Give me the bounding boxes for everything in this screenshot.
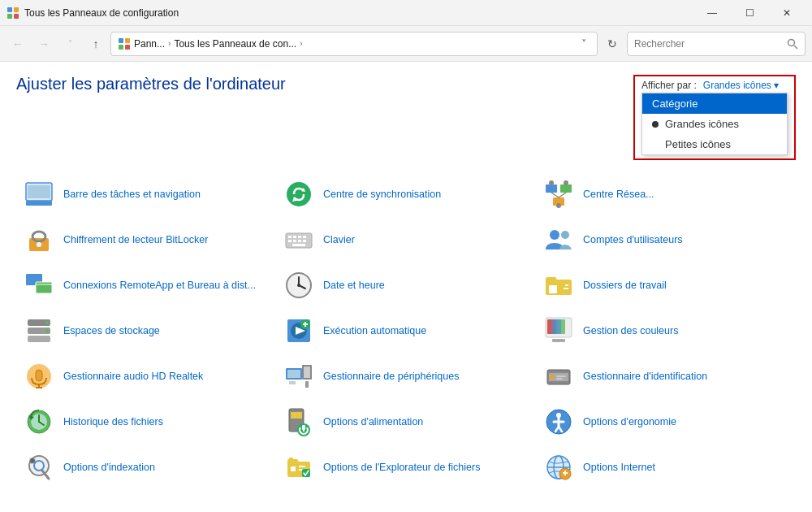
svg-point-54 xyxy=(45,337,49,341)
close-button[interactable]: ✕ xyxy=(768,0,806,26)
search-input[interactable] xyxy=(634,38,784,50)
item-power[interactable]: Options d'alimentation xyxy=(276,401,536,443)
svg-point-21 xyxy=(549,180,554,185)
item-users[interactable]: Comptes d'utilisateurs xyxy=(536,219,796,261)
item-devices[interactable]: Gestionnaire de périphériques xyxy=(276,355,536,397)
svg-point-8 xyxy=(788,39,795,46)
item-explorer[interactable]: Options de l'Explorateur de fichiers xyxy=(276,446,536,488)
dropdown-grandes-label: Grandes icônes xyxy=(665,118,739,130)
minimize-button[interactable]: — xyxy=(693,0,731,26)
item-remote[interactable]: Connexions RemoteApp et Bureau à dist... xyxy=(16,264,276,306)
item-storage[interactable]: Espaces de stockage xyxy=(16,310,276,352)
svg-rect-102 xyxy=(291,466,296,471)
item-bitlocker-label: Chiffrement de lecteur BitLocker xyxy=(63,233,208,246)
view-by-current: Grandes icônes xyxy=(703,80,771,91)
svg-point-26 xyxy=(37,242,41,247)
item-clock-label: Date et heure xyxy=(323,279,385,292)
svg-rect-11 xyxy=(26,201,52,206)
svg-rect-71 xyxy=(287,370,300,378)
svg-rect-16 xyxy=(546,184,557,193)
page-title: Ajuster les paramètres de l'ordinateur xyxy=(16,75,286,93)
dropdown-option-grandes[interactable]: Grandes icônes xyxy=(642,114,787,134)
svg-point-22 xyxy=(564,180,568,185)
back-button[interactable]: ← xyxy=(6,33,29,55)
item-workfolder[interactable]: Dossiers de travail xyxy=(536,264,796,306)
view-by-box: Afficher par : Grandes icônes ▾ Catégori… xyxy=(633,75,796,160)
dropdown-selected-label: Catégorie xyxy=(652,98,698,110)
svg-rect-2 xyxy=(7,14,12,19)
item-network[interactable]: Centre Résea... xyxy=(536,173,796,215)
svg-rect-29 xyxy=(293,236,296,238)
item-accessibility[interactable]: Options d'ergonomie xyxy=(536,401,796,443)
item-network-label: Centre Résea... xyxy=(583,188,654,201)
app-icon xyxy=(6,7,19,20)
address-part1: Pann... xyxy=(134,38,165,50)
address-part2: Tous les Panneaux de con... xyxy=(174,38,296,50)
taskbar-icon xyxy=(23,178,55,210)
item-storage-label: Espaces de stockage xyxy=(63,324,160,337)
svg-rect-105 xyxy=(289,458,293,460)
svg-rect-80 xyxy=(556,378,563,380)
item-power-label: Options d'alimentation xyxy=(323,415,423,428)
search-box[interactable] xyxy=(627,32,806,56)
item-autorun[interactable]: Exécution automatique xyxy=(276,310,536,352)
item-keyboard[interactable]: Clavier xyxy=(276,219,536,261)
address-arrow1: › xyxy=(168,39,171,48)
svg-rect-0 xyxy=(7,7,12,12)
clock-icon xyxy=(283,269,315,302)
item-sync[interactable]: Centre de synchronisation xyxy=(276,173,536,215)
item-bitlocker[interactable]: Chiffrement de lecteur BitLocker xyxy=(16,219,276,261)
view-by-label: Afficher par : xyxy=(641,80,697,91)
dropdown-history-button[interactable]: ˅ xyxy=(58,33,81,55)
search-icon xyxy=(787,38,798,50)
svg-rect-7 xyxy=(125,45,130,50)
refresh-button[interactable]: ↻ xyxy=(601,33,624,55)
svg-point-38 xyxy=(561,231,569,239)
svg-rect-67 xyxy=(36,370,42,381)
window-controls: — ☐ ✕ xyxy=(693,0,806,26)
item-sync-label: Centre de synchronisation xyxy=(323,188,441,201)
item-internet[interactable]: Options Internet xyxy=(536,446,796,488)
svg-rect-74 xyxy=(289,381,296,384)
dropdown-option-petites[interactable]: Petites icônes xyxy=(642,134,787,154)
item-clock[interactable]: Date et heure xyxy=(276,264,536,306)
svg-rect-17 xyxy=(560,184,572,193)
credential-icon xyxy=(542,360,575,393)
item-internet-label: Options Internet xyxy=(583,461,655,474)
address-field[interactable]: Pann... › Tous les Panneaux de con... › … xyxy=(110,32,598,56)
network-icon xyxy=(542,178,575,210)
view-by-area: Afficher par : Grandes icônes ▾ Catégori… xyxy=(633,75,796,160)
filehistory-icon xyxy=(23,406,55,438)
svg-point-101 xyxy=(30,458,35,463)
view-by-arrow: ▾ xyxy=(774,80,779,91)
item-accessibility-label: Options d'ergonomie xyxy=(583,415,676,428)
dropdown-option-category[interactable]: Catégorie xyxy=(642,93,787,114)
svg-rect-31 xyxy=(303,236,306,238)
remote-icon xyxy=(23,269,55,302)
up-button[interactable]: ↑ xyxy=(84,33,107,55)
workfolder-icon xyxy=(542,269,575,302)
item-credential-label: Gestionnaire d'identification xyxy=(583,370,707,383)
item-remote-label: Connexions RemoteApp et Bureau à dist... xyxy=(63,279,256,292)
radio-grandes xyxy=(652,121,659,128)
address-bar: ← → ˅ ↑ Pann... › Tous les Panneaux de c… xyxy=(0,26,812,62)
item-colormanage[interactable]: Gestion des couleurs xyxy=(536,310,796,352)
svg-rect-30 xyxy=(298,236,301,238)
svg-rect-33 xyxy=(293,240,296,242)
item-audio[interactable]: Gestionnaire audio HD Realtek xyxy=(16,355,276,397)
bitlocker-icon xyxy=(23,223,55,256)
forward-button[interactable]: → xyxy=(32,33,55,55)
item-colormanage-label: Gestion des couleurs xyxy=(583,324,678,337)
svg-point-53 xyxy=(45,329,49,332)
indexing-icon xyxy=(23,451,55,484)
svg-line-9 xyxy=(794,46,797,49)
item-taskbar[interactable]: Barre des tâches et navigation xyxy=(16,173,276,215)
address-dropdown-btn[interactable]: ˅ xyxy=(577,32,590,56)
view-by-dropdown[interactable]: Grandes icônes ▾ xyxy=(703,80,779,91)
item-filehistory[interactable]: Historique des fichiers xyxy=(16,401,276,443)
window-title: Tous les Panneaux de configuration xyxy=(24,7,693,19)
maximize-button[interactable]: ☐ xyxy=(731,0,768,26)
item-credential[interactable]: Gestionnaire d'identification xyxy=(536,355,796,397)
item-indexing[interactable]: Options d'indexation xyxy=(16,446,276,488)
address-text: Pann... › Tous les Panneaux de con... › xyxy=(134,38,303,50)
